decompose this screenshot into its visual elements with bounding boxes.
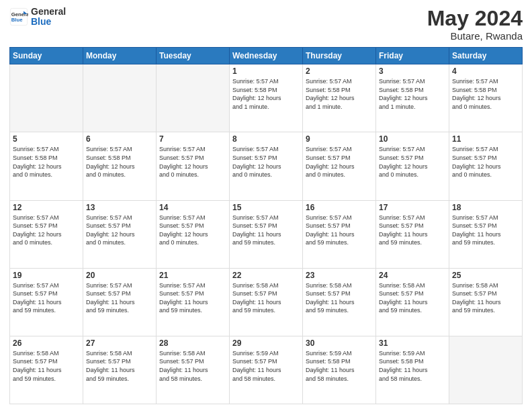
location: Butare, Rwanda [427,30,523,42]
day-info: Sunrise: 5:57 AM Sunset: 5:57 PM Dayligh… [159,145,226,179]
day-number: 9 [306,134,373,144]
day-number: 28 [159,338,226,348]
day-info: Sunrise: 5:57 AM Sunset: 5:57 PM Dayligh… [379,214,446,247]
page: General Blue General Blue May 2024 Butar… [0,0,532,411]
calendar-cell: 2Sunrise: 5:57 AM Sunset: 5:58 PM Daylig… [303,64,376,132]
calendar-cell: 14Sunrise: 5:57 AM Sunset: 5:57 PM Dayli… [157,200,230,268]
calendar-cell: 5Sunrise: 5:57 AM Sunset: 5:58 PM Daylig… [10,132,83,200]
day-number: 7 [159,134,226,144]
day-number: 24 [379,271,446,280]
day-info: Sunrise: 5:57 AM Sunset: 5:58 PM Dayligh… [306,77,373,111]
calendar-cell: 30Sunrise: 5:59 AM Sunset: 5:58 PM Dayli… [303,336,376,404]
day-number: 30 [306,338,373,348]
day-info: Sunrise: 5:57 AM Sunset: 5:58 PM Dayligh… [452,77,519,111]
svg-text:General: General [11,11,28,17]
calendar-cell: 21Sunrise: 5:57 AM Sunset: 5:57 PM Dayli… [157,268,230,336]
day-number: 17 [379,203,446,212]
calendar-cell: 22Sunrise: 5:58 AM Sunset: 5:57 PM Dayli… [230,268,303,336]
calendar-cell: 18Sunrise: 5:57 AM Sunset: 5:57 PM Dayli… [449,200,523,268]
calendar-week-2: 12Sunrise: 5:57 AM Sunset: 5:57 PM Dayli… [10,200,523,268]
day-info: Sunrise: 5:57 AM Sunset: 5:57 PM Dayligh… [232,145,300,179]
day-number: 11 [452,134,519,144]
calendar-cell: 4Sunrise: 5:57 AM Sunset: 5:58 PM Daylig… [449,64,523,132]
day-number: 16 [306,203,373,212]
day-number: 12 [13,203,80,212]
logo-icon: General Blue [9,7,28,26]
day-number: 19 [13,271,80,280]
calendar-cell: 25Sunrise: 5:58 AM Sunset: 5:57 PM Dayli… [449,268,523,336]
day-info: Sunrise: 5:57 AM Sunset: 5:57 PM Dayligh… [86,281,153,315]
day-number: 27 [86,338,153,348]
calendar-cell: 15Sunrise: 5:57 AM Sunset: 5:57 PM Dayli… [230,200,303,268]
day-number: 14 [159,203,226,212]
calendar-cell: 12Sunrise: 5:57 AM Sunset: 5:57 PM Dayli… [10,200,83,268]
day-number: 13 [86,203,153,212]
calendar-cell: 3Sunrise: 5:57 AM Sunset: 5:58 PM Daylig… [376,64,449,132]
day-info: Sunrise: 5:58 AM Sunset: 5:57 PM Dayligh… [306,281,373,315]
month-title: May 2024 [427,7,523,30]
day-info: Sunrise: 5:59 AM Sunset: 5:58 PM Dayligh… [306,349,373,383]
day-info: Sunrise: 5:57 AM Sunset: 5:57 PM Dayligh… [232,214,300,247]
day-info: Sunrise: 5:58 AM Sunset: 5:57 PM Dayligh… [379,281,446,315]
day-number: 5 [13,134,80,144]
day-info: Sunrise: 5:57 AM Sunset: 5:57 PM Dayligh… [159,214,226,247]
day-number: 10 [379,134,446,144]
calendar-cell: 7Sunrise: 5:57 AM Sunset: 5:57 PM Daylig… [157,132,230,200]
title-block: May 2024 Butare, Rwanda [427,7,523,42]
day-info: Sunrise: 5:58 AM Sunset: 5:57 PM Dayligh… [13,349,80,383]
calendar-cell: 16Sunrise: 5:57 AM Sunset: 5:57 PM Dayli… [303,200,376,268]
day-info: Sunrise: 5:58 AM Sunset: 5:57 PM Dayligh… [452,281,519,315]
day-number: 18 [452,203,519,212]
calendar-cell: 6Sunrise: 5:57 AM Sunset: 5:58 PM Daylig… [83,132,157,200]
svg-text:Blue: Blue [11,17,23,23]
calendar-cell [157,64,230,132]
calendar-cell: 13Sunrise: 5:57 AM Sunset: 5:57 PM Dayli… [83,200,157,268]
calendar-cell: 31Sunrise: 5:59 AM Sunset: 5:58 PM Dayli… [376,336,449,404]
day-info: Sunrise: 5:58 AM Sunset: 5:57 PM Dayligh… [232,281,300,315]
day-header-sunday: Sunday [10,48,83,64]
day-info: Sunrise: 5:57 AM Sunset: 5:57 PM Dayligh… [159,281,226,315]
calendar-cell: 24Sunrise: 5:58 AM Sunset: 5:57 PM Dayli… [376,268,449,336]
calendar-cell: 10Sunrise: 5:57 AM Sunset: 5:57 PM Dayli… [376,132,449,200]
logo: General Blue General Blue [9,7,66,28]
calendar-cell [449,336,523,404]
day-info: Sunrise: 5:57 AM Sunset: 5:58 PM Dayligh… [13,145,80,179]
calendar-cell: 1Sunrise: 5:57 AM Sunset: 5:58 PM Daylig… [230,64,303,132]
calendar-cell: 26Sunrise: 5:58 AM Sunset: 5:57 PM Dayli… [10,336,83,404]
calendar-week-0: 1Sunrise: 5:57 AM Sunset: 5:58 PM Daylig… [10,64,523,132]
day-info: Sunrise: 5:57 AM Sunset: 5:57 PM Dayligh… [86,214,153,247]
calendar-cell: 11Sunrise: 5:57 AM Sunset: 5:57 PM Dayli… [449,132,523,200]
day-header-thursday: Thursday [303,48,376,64]
calendar-table: SundayMondayTuesdayWednesdayThursdayFrid… [9,47,523,404]
day-number: 22 [232,271,300,280]
calendar-cell: 17Sunrise: 5:57 AM Sunset: 5:57 PM Dayli… [376,200,449,268]
day-header-saturday: Saturday [449,48,523,64]
day-number: 25 [452,271,519,280]
calendar-header-row: SundayMondayTuesdayWednesdayThursdayFrid… [10,48,523,64]
day-info: Sunrise: 5:57 AM Sunset: 5:57 PM Dayligh… [13,281,80,315]
day-number: 4 [452,66,519,76]
day-header-monday: Monday [83,48,157,64]
day-number: 15 [232,203,300,212]
calendar-cell: 8Sunrise: 5:57 AM Sunset: 5:57 PM Daylig… [230,132,303,200]
day-number: 1 [232,66,300,76]
calendar-cell: 9Sunrise: 5:57 AM Sunset: 5:57 PM Daylig… [303,132,376,200]
calendar-cell: 20Sunrise: 5:57 AM Sunset: 5:57 PM Dayli… [83,268,157,336]
logo-text-blue: Blue [31,17,66,27]
day-number: 6 [86,134,153,144]
day-info: Sunrise: 5:57 AM Sunset: 5:57 PM Dayligh… [306,145,373,179]
day-info: Sunrise: 5:57 AM Sunset: 5:57 PM Dayligh… [13,214,80,247]
day-number: 2 [306,66,373,76]
calendar-cell: 29Sunrise: 5:59 AM Sunset: 5:57 PM Dayli… [230,336,303,404]
day-number: 29 [232,338,300,348]
calendar-week-3: 19Sunrise: 5:57 AM Sunset: 5:57 PM Dayli… [10,268,523,336]
calendar-cell: 23Sunrise: 5:58 AM Sunset: 5:57 PM Dayli… [303,268,376,336]
calendar-cell: 19Sunrise: 5:57 AM Sunset: 5:57 PM Dayli… [10,268,83,336]
calendar-cell: 28Sunrise: 5:58 AM Sunset: 5:57 PM Dayli… [157,336,230,404]
day-number: 26 [13,338,80,348]
day-info: Sunrise: 5:58 AM Sunset: 5:57 PM Dayligh… [159,349,226,383]
day-info: Sunrise: 5:57 AM Sunset: 5:58 PM Dayligh… [86,145,153,179]
day-info: Sunrise: 5:57 AM Sunset: 5:57 PM Dayligh… [452,214,519,247]
calendar-cell [83,64,157,132]
calendar-week-1: 5Sunrise: 5:57 AM Sunset: 5:58 PM Daylig… [10,132,523,200]
